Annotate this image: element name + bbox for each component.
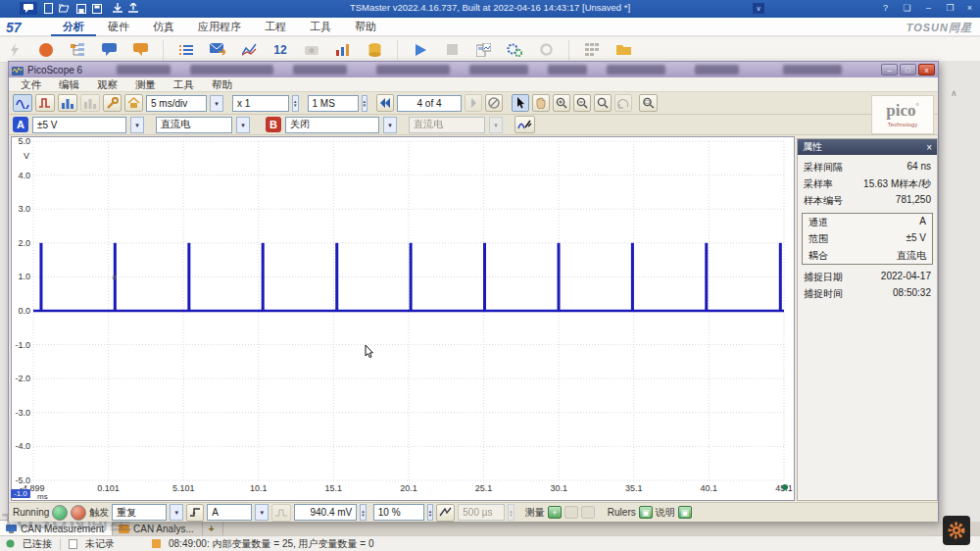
message-orange-icon[interactable]: [131, 41, 149, 59]
rulers-button[interactable]: ▣: [639, 506, 653, 519]
channel-properties-group: 通道A 范围±5 V 耦合直流电: [802, 213, 933, 265]
pico-minimize-button[interactable]: –: [881, 64, 898, 75]
zoom-out-icon[interactable]: [573, 94, 591, 112]
log-message-icon: [152, 539, 161, 548]
trigger-edge-icon[interactable]: [186, 504, 204, 522]
pico-menu-edit[interactable]: 编辑: [51, 77, 87, 91]
zoom-factor-field[interactable]: x 1: [232, 95, 289, 112]
bar-chart-icon[interactable]: [334, 41, 352, 59]
setup-wrench-icon[interactable]: [103, 94, 122, 112]
pico-menu-file[interactable]: 文件: [13, 77, 49, 91]
pico-close-button[interactable]: x: [918, 64, 935, 75]
calc-12-icon[interactable]: 12: [271, 41, 289, 59]
pointer-tool-icon[interactable]: [512, 94, 529, 112]
property-row: 通道A: [803, 214, 932, 230]
no-entry-icon[interactable]: [485, 94, 503, 112]
refresh-icon[interactable]: [537, 41, 555, 59]
menu-project[interactable]: 工程: [253, 18, 298, 36]
add-tab-button[interactable]: +: [203, 521, 223, 536]
channel-a-coupling-select[interactable]: 直流电: [156, 117, 232, 133]
collapse-chevron-icon[interactable]: ∧: [951, 88, 957, 98]
svg-text:30.1: 30.1: [550, 483, 567, 493]
line-chart-icon[interactable]: [240, 41, 258, 59]
help-button[interactable]: ?: [877, 2, 894, 15]
trigger-source-dropdown-icon[interactable]: ▾: [255, 504, 269, 521]
trigger-mode-dropdown-icon[interactable]: ▾: [170, 504, 183, 521]
timebase-select[interactable]: 5 ms/div: [146, 95, 207, 112]
trigger-mode-select[interactable]: 重复: [112, 504, 167, 521]
property-label: 采样间隔: [804, 161, 843, 175]
property-label: 捕捉日期: [804, 271, 843, 284]
notes-button[interactable]: ▣: [678, 506, 692, 519]
pico-menu-help[interactable]: 帮助: [204, 77, 240, 91]
channel-a-badge[interactable]: A: [13, 117, 28, 132]
probe-icon[interactable]: [514, 116, 535, 133]
menu-analysis[interactable]: 分析: [51, 18, 96, 36]
close-button[interactable]: ×: [961, 2, 978, 15]
hand-tool-icon[interactable]: [532, 94, 550, 112]
device-panel-icon[interactable]: [474, 41, 492, 59]
auto-trigger-icon[interactable]: [436, 504, 455, 522]
persistence-view-icon[interactable]: [35, 94, 55, 112]
trigger-source-value: A: [212, 507, 219, 518]
spectrum-view-icon[interactable]: [58, 94, 77, 112]
timebase-dropdown-icon[interactable]: ▾: [210, 95, 223, 112]
list-icon[interactable]: [177, 41, 195, 59]
database-icon[interactable]: [366, 41, 383, 59]
menu-tools[interactable]: 工具: [298, 18, 343, 36]
mail-send-icon[interactable]: [209, 41, 226, 59]
pretrigger-field[interactable]: 10 %: [373, 504, 424, 521]
menu-application[interactable]: 应用程序: [186, 18, 253, 36]
pico-menu-measure[interactable]: 测量: [127, 77, 164, 91]
pico-maximize-button[interactable]: □: [900, 64, 916, 75]
pico-menu-view[interactable]: 观察: [89, 77, 125, 91]
recorder-gear-widget[interactable]: [943, 516, 970, 545]
message-blue-icon[interactable]: [100, 41, 118, 59]
buffer-previous-icon[interactable]: [376, 94, 394, 112]
flash-icon[interactable]: [6, 41, 24, 59]
stop-button[interactable]: [71, 505, 86, 521]
hierarchy-icon[interactable]: [69, 41, 86, 59]
scope-view-icon[interactable]: [13, 94, 32, 112]
menu-simulation[interactable]: 仿真: [141, 18, 186, 36]
play-icon[interactable]: [412, 41, 429, 59]
minimize-button[interactable]: –: [920, 2, 937, 15]
menu-help[interactable]: 帮助: [343, 18, 388, 36]
settings-gears-icon[interactable]: [506, 41, 523, 59]
add-measurement-button[interactable]: +: [548, 506, 562, 519]
home-icon[interactable]: [124, 94, 143, 112]
buffer-position-field[interactable]: 4 of 4: [397, 95, 462, 112]
start-button[interactable]: [52, 505, 68, 521]
record-icon[interactable]: [37, 41, 55, 59]
zoom-window-icon[interactable]: [594, 94, 612, 112]
pretrigger-spinner[interactable]: ▴▾: [427, 504, 434, 521]
folder-icon[interactable]: [614, 41, 632, 59]
camera-icon[interactable]: [303, 41, 320, 59]
menu-hardware[interactable]: 硬件: [96, 18, 141, 36]
channel-b-badge[interactable]: B: [266, 117, 281, 132]
stop-icon[interactable]: [443, 41, 461, 59]
picoscope-titlebar[interactable]: PicoScope 6 – □ x: [9, 62, 938, 77]
channel-b-state-dropdown-icon[interactable]: ▾: [383, 117, 397, 133]
trigger-source-select[interactable]: A: [207, 504, 252, 521]
restore-button[interactable]: ❐: [942, 2, 958, 15]
channel-a-range-dropdown-icon[interactable]: ▾: [130, 117, 144, 133]
trigger-level-spinner[interactable]: ▴▾: [360, 504, 367, 521]
zoom-full-icon[interactable]: [639, 94, 658, 112]
channel-b-state-select[interactable]: 关闭: [285, 117, 379, 133]
tsmaster-titlebar: TSMaster v2022.4.16.737, Built at 2022-0…: [0, 0, 980, 18]
titlebar-dropdown-icon[interactable]: ∨: [753, 3, 764, 14]
ribbon-toggle-button[interactable]: ❏: [899, 2, 915, 15]
property-value: ±5 V: [906, 232, 927, 246]
pico-menu-tools[interactable]: 工具: [166, 77, 202, 91]
sample-count-field[interactable]: 1 MS: [308, 95, 359, 112]
channel-a-coupling-dropdown-icon[interactable]: ▾: [236, 117, 250, 133]
properties-close-icon[interactable]: ×: [926, 142, 932, 153]
channel-a-range-select[interactable]: ±5 V: [32, 117, 126, 133]
trigger-level-field[interactable]: 940.4 mV: [294, 504, 357, 521]
zoom-in-icon[interactable]: [553, 94, 570, 112]
sample-count-spinner[interactable]: ▴▾: [362, 95, 368, 112]
waveform-chart[interactable]: 5.04.03.02.01.00.0-1.0-2.0-3.0-4.0-5.0V-…: [11, 136, 795, 501]
zoom-factor-spinner[interactable]: ▴▾: [292, 95, 299, 112]
grid-panel-icon[interactable]: [583, 41, 601, 59]
